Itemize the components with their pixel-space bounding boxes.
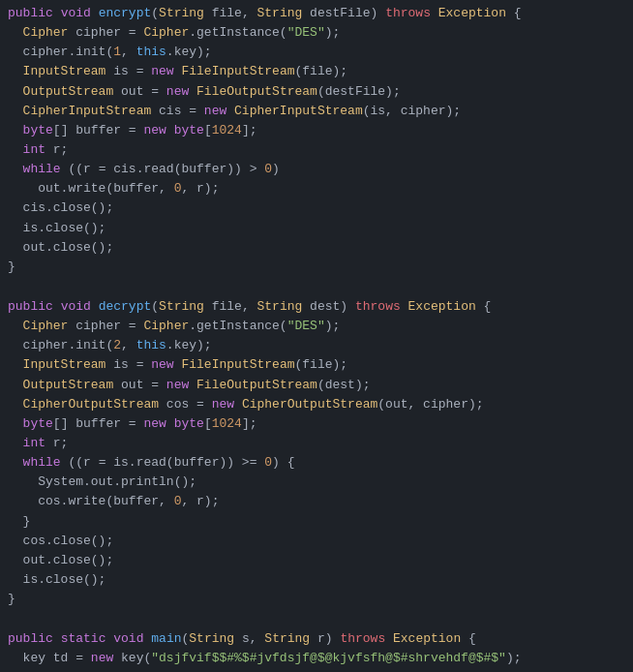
code-line: OutputStream out = new FileOutputStream(…	[0, 82, 633, 102]
code-line: is.close();	[0, 219, 633, 238]
code-line: Cipher cipher = Cipher.getInstance("DES"…	[0, 23, 633, 43]
code-line: System.out.println();	[0, 473, 633, 492]
code-line: Cipher cipher = Cipher.getInstance("DES"…	[0, 317, 633, 336]
code-line: public void decrypt(String file, String …	[0, 297, 633, 317]
code-line: while ((r = cis.read(buffer)) > 0)	[0, 160, 633, 179]
code-line: is.close();	[0, 570, 633, 590]
code-line: InputStream is = new FileInputStream(fil…	[0, 62, 633, 81]
code-line: byte[] buffer = new byte[1024];	[0, 414, 633, 434]
code-line: }	[0, 590, 633, 609]
code-line: out.write(buffer, 0, r);	[0, 179, 633, 199]
code-line: public static void main(String s, String…	[0, 629, 633, 649]
code-line: }	[0, 512, 633, 532]
code-line: cos.write(buffer, 0, r);	[0, 492, 633, 511]
code-line: out.close();	[0, 551, 633, 570]
empty-line	[0, 609, 633, 629]
code-line: public void encrypt(String file, String …	[0, 4, 633, 23]
code-line: InputStream is = new FileInputStream(fil…	[0, 355, 633, 375]
code-viewer: public void encrypt(String file, String …	[0, 0, 633, 672]
code-line: while ((r = is.read(buffer)) >= 0) {	[0, 453, 633, 473]
empty-line	[0, 277, 633, 297]
code-line: td.encrypt(s, r);	[0, 669, 633, 673]
code-line: key td = new key("dsjfvif$$#%$#jvfdsjf@$…	[0, 649, 633, 668]
code-line: OutputStream out = new FileOutputStream(…	[0, 376, 633, 395]
code-line: cis.close();	[0, 199, 633, 218]
code-line: int r;	[0, 434, 633, 453]
code-line: byte[] buffer = new byte[1024];	[0, 121, 633, 140]
code-line: out.close();	[0, 238, 633, 258]
code-line: cos.close();	[0, 532, 633, 551]
code-line: int r;	[0, 140, 633, 160]
code-line: cipher.init(1, this.key);	[0, 43, 633, 62]
code-line: CipherInputStream cis = new CipherInputS…	[0, 102, 633, 121]
code-line: cipher.init(2, this.key);	[0, 336, 633, 355]
code-line: CipherOutputStream cos = new CipherOutpu…	[0, 395, 633, 414]
code-line: }	[0, 258, 633, 277]
